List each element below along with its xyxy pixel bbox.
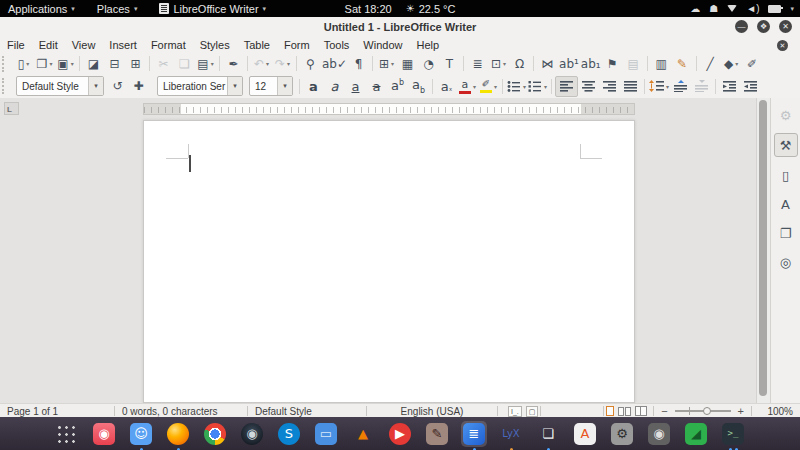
align-right-button[interactable] (599, 77, 620, 96)
places-menu[interactable]: Places ▾ (97, 3, 138, 15)
dock-chrome[interactable] (202, 421, 228, 447)
close-document-button[interactable]: ✕ (777, 40, 788, 51)
dock-cheese-webcam[interactable]: ☺ (128, 421, 154, 447)
align-center-button[interactable] (578, 77, 599, 96)
word-count-status[interactable]: 0 words, 0 characters (115, 406, 247, 417)
highlight-color-button[interactable]: ✐ ▾ (478, 77, 499, 96)
paragraph-style-combo[interactable]: Default Style ▾ (16, 76, 104, 96)
close-button[interactable]: ✕ (779, 20, 792, 33)
menu-styles[interactable]: Styles (193, 39, 237, 51)
dock-mail-stamp-app[interactable]: ▭ (313, 421, 339, 447)
insert-text-box[interactable]: T▾ (439, 54, 460, 73)
show-draw-functions[interactable]: ✐▾ (742, 54, 763, 73)
dock-skype[interactable]: S (276, 421, 302, 447)
cut[interactable]: ✂▾ (153, 54, 174, 73)
page-deck[interactable]: ▯ (775, 164, 797, 186)
selection-mode-status[interactable]: ▢ (526, 406, 539, 417)
insert-mode-status[interactable]: I_. (508, 406, 522, 417)
tab-stop-selector[interactable]: L (4, 102, 19, 115)
zoom-out-button[interactable]: − (658, 405, 670, 417)
menu-insert[interactable]: Insert (102, 39, 144, 51)
dock-lyx[interactable]: LyX (498, 421, 524, 447)
dock-system-monitor[interactable]: ◢ (683, 421, 709, 447)
insert-footnote[interactable]: ab¹▾ (558, 54, 580, 73)
italic-button[interactable]: a (324, 77, 345, 96)
insert-bookmark[interactable]: ⚑▾ (602, 54, 623, 73)
wifi-icon[interactable] (727, 5, 737, 12)
navigator-deck[interactable]: ◎ (775, 251, 797, 273)
dock-libreoffice-writer[interactable]: ≣ (461, 421, 487, 447)
chevron-down-icon[interactable]: ▾ (227, 77, 242, 95)
active-app-menu[interactable]: LibreOffice Writer ▾ (159, 3, 266, 15)
print[interactable]: ⊟▾ (104, 54, 125, 73)
menu-window[interactable]: Window (356, 39, 409, 51)
new-document[interactable]: ▯▾ (13, 54, 34, 73)
justify-button[interactable] (620, 77, 641, 96)
clone-formatting[interactable]: ✒▾ (223, 54, 244, 73)
insert-endnote[interactable]: ab₁▾ (580, 54, 602, 73)
horizontal-ruler[interactable] (143, 103, 635, 115)
sidebar-settings[interactable]: ⚙ (775, 104, 797, 126)
track-changes[interactable]: ✎▾ (672, 54, 693, 73)
dock-media-player[interactable]: ◉ (646, 421, 672, 447)
print-preview[interactable]: ⊞▾ (125, 54, 146, 73)
window-titlebar[interactable]: Untitled 1 - LibreOffice Writer —❖✕ (0, 17, 800, 38)
insert-hyperlink[interactable]: ⋈▾ (537, 54, 558, 73)
insert-cross-reference[interactable]: ▤▾ (623, 54, 644, 73)
insert-image[interactable]: ▦▾ (397, 54, 418, 73)
zoom-level-status[interactable]: 100% (752, 406, 800, 417)
applications-menu[interactable]: Applications ▾ (8, 3, 75, 15)
chevron-down-icon[interactable]: ▾ (790, 5, 794, 13)
cloud-icon[interactable]: ☁ (690, 3, 700, 14)
export-as-pdf[interactable]: ◪▾ (83, 54, 104, 73)
paste[interactable]: ▤▾ (195, 54, 216, 73)
gallery-deck[interactable]: ❐ (775, 222, 797, 244)
toolbar-drag-handle[interactable] (2, 56, 10, 72)
insert-page-break[interactable]: ≣▾ (467, 54, 488, 73)
clock[interactable]: Sat 18:20 (345, 3, 392, 15)
increase-paragraph-spacing-button[interactable] (670, 77, 691, 96)
toolbar-drag-handle[interactable] (2, 78, 10, 94)
menu-tools[interactable]: Tools (317, 39, 357, 51)
minimize-button[interactable]: — (735, 20, 748, 33)
numbered-list-button[interactable]: ▾ (527, 77, 548, 96)
dock-documents-stack[interactable]: ❏ (535, 421, 561, 447)
maximize-button[interactable]: ❖ (757, 20, 770, 33)
strikethrough-button[interactable]: a (366, 77, 387, 96)
open[interactable]: ❐▾ (34, 54, 55, 73)
menu-format[interactable]: Format (144, 39, 193, 51)
properties-deck[interactable]: ⚒ (774, 133, 798, 157)
copy[interactable]: ❏▾ (174, 54, 195, 73)
shield-icon[interactable]: ☗ (709, 3, 718, 14)
page-number-status[interactable]: Page 1 of 1 (0, 406, 114, 417)
insert-special-character[interactable]: Ω▾ (509, 54, 530, 73)
page-style-status[interactable]: Default Style (248, 406, 366, 417)
chevron-down-icon[interactable]: ▾ (88, 77, 103, 95)
document-page[interactable] (143, 120, 635, 403)
zoom-in-button[interactable]: + (735, 405, 747, 417)
dock-gimp[interactable]: ✎ (424, 421, 450, 447)
zoom-slider[interactable] (675, 410, 731, 412)
styles-deck[interactable]: A (775, 193, 797, 215)
single-page-view-button[interactable] (606, 406, 614, 416)
underline-button[interactable]: a (345, 77, 366, 96)
dock-software-store[interactable]: A (572, 421, 598, 447)
find-and-replace[interactable]: ⚲▾ (300, 54, 321, 73)
zoom-slider-thumb[interactable] (703, 407, 711, 415)
insert-field[interactable]: ⊡▾ (488, 54, 509, 73)
scrollbar-thumb[interactable] (759, 100, 767, 396)
spelling[interactable]: ab✓▾ (321, 54, 348, 73)
new-style-button[interactable]: ✚ (128, 77, 149, 96)
clear-formatting-button[interactable]: aₓ (436, 77, 457, 96)
menu-form[interactable]: Form (277, 39, 317, 51)
vertical-scrollbar[interactable] (756, 98, 770, 403)
dock-steam[interactable]: ◉ (239, 421, 265, 447)
dock-terminal[interactable]: >_ (720, 421, 746, 447)
redo[interactable]: ↷▾ (272, 54, 293, 73)
chevron-down-icon[interactable]: ▾ (277, 77, 292, 95)
insert-line[interactable]: ╱▾ (700, 54, 721, 73)
weather-applet[interactable]: ☀ 22.5 °C (406, 3, 456, 15)
increase-indent-button[interactable] (719, 77, 740, 96)
dock-settings-gear[interactable]: ⚙ (609, 421, 635, 447)
menu-table[interactable]: Table (237, 39, 277, 51)
